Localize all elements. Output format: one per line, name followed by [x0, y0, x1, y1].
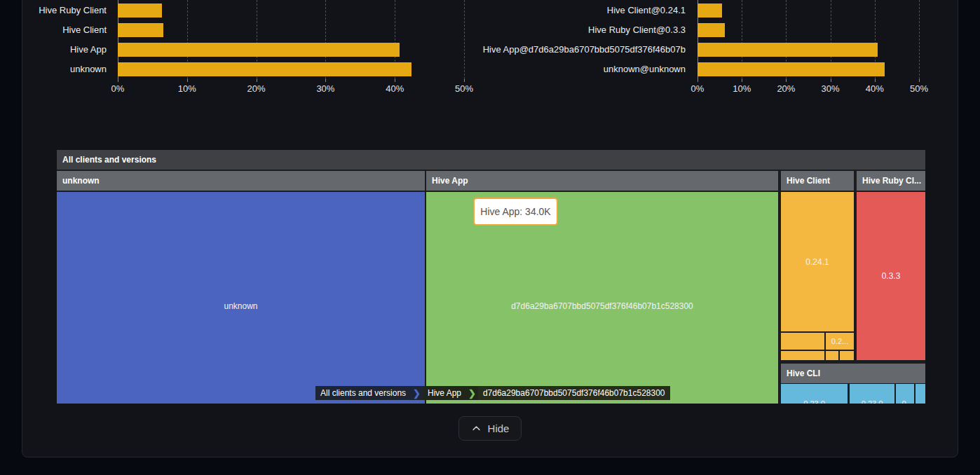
x-tick-label: 20%: [236, 83, 278, 94]
treemap-node-hive-client-sub[interactable]: [826, 351, 838, 360]
treemap-header-hive-cli[interactable]: Hive CLI: [781, 364, 925, 383]
tick-mark: [187, 79, 188, 82]
x-tick-label: 0%: [676, 83, 719, 94]
treemap-node-hive-client-0-2[interactable]: 0.2...: [826, 333, 854, 350]
category-label: Hive Client@0.24.1: [449, 1, 691, 20]
x-tick-label: 30%: [810, 83, 852, 94]
tick-mark: [395, 79, 395, 82]
breadcrumb-root[interactable]: All clients and versions: [315, 386, 411, 400]
panel-footer: Hide: [22, 416, 958, 441]
tick-mark: [831, 79, 831, 82]
treemap-node-hive-client-sub[interactable]: [781, 351, 824, 360]
treemap-header-unknown[interactable]: unknown: [57, 171, 425, 191]
x-tick-label: 50%: [898, 83, 940, 94]
bar[interactable]: [118, 4, 162, 18]
tick-mark: [464, 79, 465, 82]
category-axis-labels: Hive Client@0.24.1Hive Ruby Client@0.3.3…: [449, 1, 691, 79]
treemap-node-hive-ruby-0-3-3[interactable]: 0.3.3: [857, 192, 925, 360]
category-label: Hive Client: [0, 20, 112, 40]
tick-mark: [919, 79, 920, 82]
treemap-header-hive-client[interactable]: Hive Client: [781, 171, 854, 191]
treemap-node-hive-client-sub[interactable]: [781, 333, 824, 350]
x-tick-label: 10%: [721, 83, 763, 94]
x-tick-label: 50%: [443, 83, 485, 94]
bar[interactable]: [697, 62, 885, 76]
bar[interactable]: [697, 4, 722, 18]
category-label: Hive App@d7d6a29ba6707bbd5075df376f46b07…: [449, 40, 691, 60]
tick-mark: [786, 79, 787, 82]
breadcrumb-hive-app[interactable]: Hive App: [423, 386, 466, 400]
chevron-right-icon: ❯: [411, 386, 423, 400]
category-label: Hive Ruby Client: [0, 1, 112, 20]
treemap-header-hive-ruby-client[interactable]: Hive Ruby Cl...: [857, 171, 925, 191]
plot-area: 0%10%20%30%40%50%: [118, 0, 464, 79]
treemap-header-hive-app[interactable]: Hive App: [426, 171, 778, 191]
treemap-node-hive-cli-sub[interactable]: [916, 384, 925, 404]
plot-area: 0%10%20%30%40%50%: [697, 0, 919, 79]
category-label: Hive Ruby Client@0.3.3: [449, 20, 691, 40]
x-tick-label: 30%: [304, 83, 346, 94]
x-tick-label: 40%: [374, 83, 416, 94]
treemap-clients-versions: All clients and versions unknown unknown…: [57, 150, 925, 404]
category-label: Hive App: [0, 40, 112, 60]
tick-mark: [742, 79, 742, 82]
category-axis-labels: Hive Ruby ClientHive ClientHive Appunkno…: [0, 1, 112, 79]
treemap-node-unknown[interactable]: unknown: [57, 192, 425, 404]
treemap-tooltip: Hive App: 34.0K: [473, 198, 558, 226]
x-tick-label: 0%: [97, 83, 139, 94]
treemap-title[interactable]: All clients and versions: [57, 150, 925, 170]
tick-mark: [325, 79, 326, 82]
gridline: [919, 0, 920, 79]
hide-button-label: Hide: [488, 422, 510, 434]
treemap-node-hive-cli-0[interactable]: 0.: [896, 384, 914, 404]
bar[interactable]: [118, 62, 411, 76]
bar[interactable]: [697, 23, 725, 37]
bar[interactable]: [118, 43, 400, 57]
x-tick-label: 40%: [854, 83, 896, 94]
bar[interactable]: [697, 43, 878, 57]
x-tick-label: 20%: [765, 83, 807, 94]
chevron-up-icon: [471, 423, 482, 434]
treemap-node-hive-cli-0-23-0[interactable]: 0.23.0: [850, 384, 894, 404]
x-tick-label: 10%: [166, 83, 208, 94]
treemap-node-hive-client-sub[interactable]: [840, 351, 854, 360]
category-label: unknown: [0, 60, 112, 79]
tick-mark: [875, 79, 876, 82]
treemap-node-hive-client-0-24-1[interactable]: 0.24.1: [781, 192, 854, 331]
category-label: unknown@unknown: [449, 60, 691, 79]
tick-mark: [257, 79, 257, 82]
bar[interactable]: [118, 23, 163, 37]
treemap-node-hive-cli-0-23-0[interactable]: 0.23.0: [781, 384, 848, 404]
breadcrumb-hash[interactable]: d7d6a29ba6707bbd5075df376f46b07b1c528300: [478, 386, 670, 400]
hide-button[interactable]: Hide: [458, 416, 522, 441]
chevron-right-icon: ❯: [466, 386, 478, 400]
breadcrumb: All clients and versions ❯ Hive App ❯ d7…: [315, 386, 670, 400]
